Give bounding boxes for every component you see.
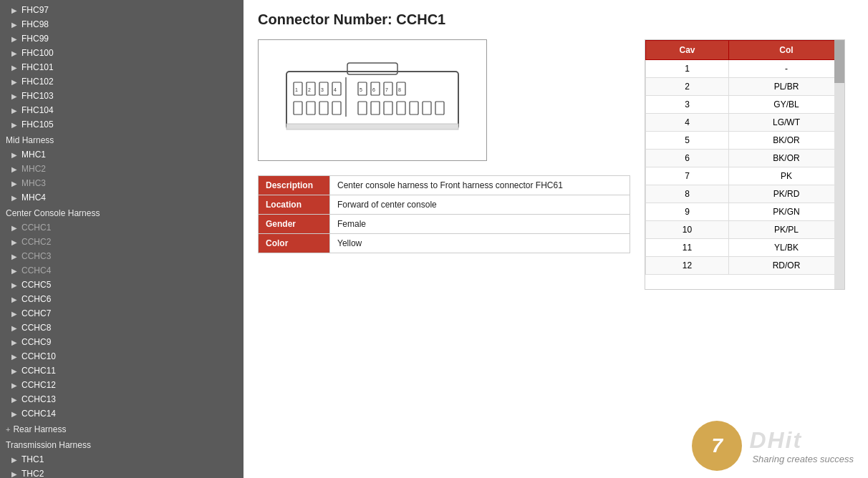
col-value: PK/PL (729, 221, 844, 239)
arrow-icon: ▶ (11, 49, 21, 57)
svg-rect-14 (332, 102, 341, 114)
info-label: Gender (259, 215, 330, 234)
cav-row: 7PK (646, 167, 844, 185)
cav-number: 5 (646, 132, 729, 150)
sidebar-item-CCHC5[interactable]: ▶CCHC5 (0, 278, 243, 292)
sidebar-item-CCHC10[interactable]: ▶CCHC10 (0, 349, 243, 364)
sidebar-item-FHC98[interactable]: ▶FHC98 (0, 17, 243, 31)
logo-icon: 7 (692, 421, 742, 471)
sidebar-item-CCHC3[interactable]: ▶CCHC3 (0, 249, 243, 263)
sidebar-item-FHC104[interactable]: ▶FHC104 (0, 103, 243, 117)
scrollbar[interactable] (834, 40, 844, 289)
right-panel: Cav Col 1-2PL/BR3GY/BL4LG/WT5BK/OR6BK/OR… (645, 39, 845, 290)
sidebar-item-THC1[interactable]: ▶THC1 (0, 452, 243, 467)
cav-row: 4LG/WT (646, 114, 844, 132)
sidebar-item-FHC103[interactable]: ▶FHC103 (0, 89, 243, 103)
col-value: GY/BL (729, 96, 844, 114)
main-content: Connector Number: CCHC1 (243, 0, 868, 478)
col-value: LG/WT (729, 114, 844, 132)
cav-number: 12 (646, 257, 729, 275)
sidebar-item-label: FHC98 (21, 19, 49, 29)
col-value: RD/OR (729, 257, 844, 275)
svg-rect-16 (371, 102, 380, 114)
sidebar-item-CCHC4[interactable]: ▶CCHC4 (0, 263, 243, 278)
cav-number: 9 (646, 203, 729, 221)
svg-rect-21 (435, 102, 444, 114)
sidebar-item-CCHC9[interactable]: ▶CCHC9 (0, 335, 243, 349)
sidebar-item-THC2[interactable]: ▶THC2 (0, 467, 243, 478)
cav-number: 8 (646, 185, 729, 203)
sidebar-item-MHC3[interactable]: ▶MHC3 (0, 176, 243, 190)
arrow-icon: ▶ (11, 121, 21, 129)
cav-number: 11 (646, 239, 729, 257)
sidebar-item-label: FHC100 (21, 48, 54, 58)
sidebar-group-mid-harness: Mid Harness (0, 132, 243, 147)
cav-number: 2 (646, 78, 729, 96)
logo-tagline: Sharing creates success (752, 454, 854, 464)
cav-number: 6 (646, 150, 729, 167)
arrow-icon: ▶ (11, 281, 21, 289)
sidebar-item-MHC1[interactable]: ▶MHC1 (0, 147, 243, 162)
arrow-icon: ▶ (11, 367, 21, 375)
sidebar-item-FHC99[interactable]: ▶FHC99 (0, 31, 243, 46)
arrow-icon: ▶ (11, 470, 21, 478)
sidebar[interactable]: ▶FHC97▶FHC98▶FHC99▶FHC100▶FHC101▶FHC102▶… (0, 0, 243, 478)
svg-rect-11 (294, 102, 302, 114)
sidebar-item-CCHC1[interactable]: ▶CCHC1 (0, 220, 243, 235)
info-value: Female (330, 215, 630, 234)
sidebar-item-label: MHC4 (21, 192, 46, 203)
col-value: YL/BK (729, 239, 844, 257)
info-row: LocationForward of center console (259, 195, 630, 215)
sidebar-item-label: CCHC12 (21, 380, 56, 390)
arrow-icon: ▶ (11, 92, 21, 100)
scrollbar-thumb[interactable] (834, 40, 844, 83)
sidebar-item-CCHC7[interactable]: ▶CCHC7 (0, 306, 243, 321)
svg-rect-15 (358, 102, 367, 114)
sidebar-item-label: CCHC10 (21, 351, 56, 361)
sidebar-item-FHC105[interactable]: ▶FHC105 (0, 117, 243, 132)
sidebar-item-label: MHC2 (21, 164, 46, 174)
sidebar-item-MHC4[interactable]: ▶MHC4 (0, 190, 243, 205)
info-value: Yellow (330, 234, 630, 253)
arrow-icon: ▶ (11, 338, 21, 346)
sidebar-item-FHC97[interactable]: ▶FHC97 (0, 3, 243, 17)
col-value: PK/RD (729, 185, 844, 203)
sidebar-item-CCHC12[interactable]: ▶CCHC12 (0, 378, 243, 392)
sidebar-item-FHC100[interactable]: ▶FHC100 (0, 46, 243, 60)
cav-row: 10PK/PL (646, 221, 844, 239)
sidebar-item-label: CCHC8 (21, 323, 51, 333)
arrow-icon: ▶ (11, 35, 21, 43)
arrow-icon: ▶ (11, 381, 21, 389)
sidebar-item-label: CCHC4 (21, 265, 51, 275)
sidebar-item-CCHC8[interactable]: ▶CCHC8 (0, 321, 243, 335)
sidebar-item-CCHC6[interactable]: ▶CCHC6 (0, 292, 243, 306)
sidebar-item-MHC2[interactable]: ▶MHC2 (0, 162, 243, 176)
svg-text:4: 4 (334, 87, 337, 92)
arrow-icon: ▶ (11, 324, 21, 332)
info-label: Location (259, 195, 330, 215)
arrow-icon: ▶ (11, 224, 21, 232)
sidebar-item-label: FHC104 (21, 105, 54, 115)
svg-rect-10 (345, 77, 347, 117)
info-value: Forward of center console (330, 195, 630, 215)
sidebar-item-label: CCHC5 (21, 280, 51, 290)
sidebar-item-CCHC2[interactable]: ▶CCHC2 (0, 235, 243, 249)
sidebar-item-FHC101[interactable]: ▶FHC101 (0, 60, 243, 74)
arrow-icon: ▶ (11, 6, 21, 14)
sidebar-item-label: CCHC13 (21, 394, 56, 404)
info-row: GenderFemale (259, 215, 630, 234)
cav-table: Cav Col 1-2PL/BR3GY/BL4LG/WT5BK/OR6BK/OR… (645, 40, 844, 275)
sidebar-item-CCHC13[interactable]: ▶CCHC13 (0, 392, 243, 406)
arrow-icon: ▶ (11, 296, 21, 303)
cav-row: 8PK/RD (646, 185, 844, 203)
svg-text:7: 7 (385, 87, 388, 92)
cav-row: 9PK/GN (646, 203, 844, 221)
sidebar-item-label: FHC99 (21, 34, 49, 44)
sidebar-item-CCHC14[interactable]: ▶CCHC14 (0, 406, 243, 421)
sidebar-group-label: Rear Harness (13, 424, 66, 434)
arrow-icon: ▶ (11, 267, 21, 275)
sidebar-item-CCHC11[interactable]: ▶CCHC11 (0, 364, 243, 378)
sidebar-item-FHC102[interactable]: ▶FHC102 (0, 74, 243, 89)
sidebar-item-label: CCHC14 (21, 409, 56, 419)
cav-number: 10 (646, 221, 729, 239)
